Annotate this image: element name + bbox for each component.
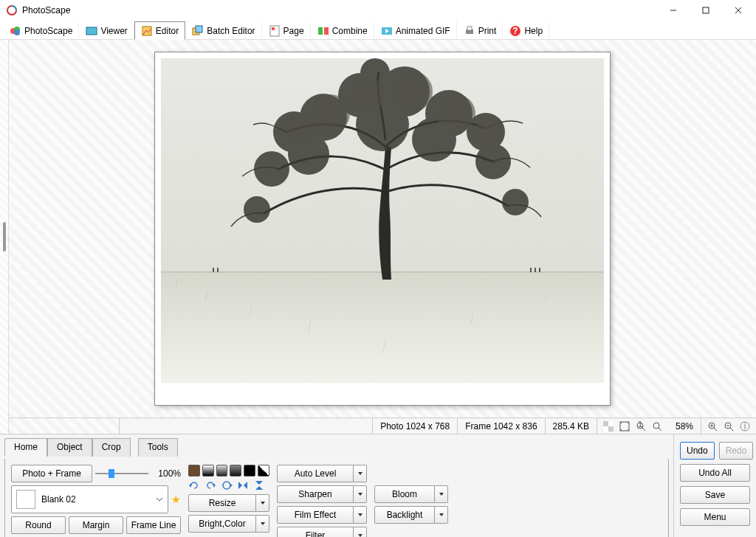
bright-button[interactable]: Bright,Color	[188, 515, 269, 533]
svg-point-38	[254, 151, 289, 187]
photo-frame-button[interactable]: Photo + Frame	[11, 465, 92, 482]
frame-thumb-icon	[16, 490, 35, 509]
window-title: PhotoScape	[22, 5, 657, 15]
rotate-ccw-icon[interactable]	[188, 479, 200, 491]
zoom-fit-icon[interactable]	[650, 420, 664, 433]
btn-label: Margin	[83, 520, 110, 530]
undo-all-button[interactable]: Undo All	[680, 464, 750, 482]
bloom-dropdown[interactable]	[435, 485, 448, 503]
sharpen-dropdown[interactable]	[354, 485, 367, 503]
film-button[interactable]: Film Effect	[277, 506, 367, 524]
menu-button[interactable]: Menu	[680, 508, 750, 526]
svg-rect-53	[217, 268, 219, 272]
btn-label: Backlight	[387, 510, 423, 520]
redo-button[interactable]: Redo	[719, 442, 754, 460]
swatch-bandw[interactable]	[216, 465, 228, 477]
actual-size-icon[interactable]: 1	[634, 420, 647, 433]
tab-object[interactable]: Object	[47, 438, 92, 457]
frame-select[interactable]: Blank 02	[11, 485, 168, 513]
maintab-label: Editor	[156, 26, 179, 36]
frameline-button[interactable]: Frame Line	[126, 516, 181, 534]
maintab-label: Viewer	[100, 26, 127, 36]
svg-rect-13	[272, 27, 275, 30]
zoom-out-icon[interactable]	[722, 420, 735, 433]
maintab-combine[interactable]: Combine	[311, 21, 374, 40]
minimize-button[interactable]	[657, 0, 690, 21]
tab-label: Object	[57, 442, 83, 452]
swatch-negative[interactable]	[244, 465, 255, 477]
swatch-sepia[interactable]	[188, 465, 200, 477]
flip-horizontal-icon[interactable]	[237, 479, 249, 491]
info-icon[interactable]: i	[738, 420, 752, 433]
bright-dropdown[interactable]	[256, 515, 269, 533]
tab-label: Crop	[102, 442, 121, 452]
tab-tools[interactable]: Tools	[138, 438, 178, 457]
btn-label: Filter	[306, 530, 326, 537]
undo-button[interactable]: Undo	[680, 442, 715, 460]
rotate-cw-icon[interactable]	[205, 479, 216, 491]
btn-label: Film Effect	[295, 510, 336, 520]
maintab-editor[interactable]: Editor	[134, 21, 185, 40]
film-dropdown[interactable]	[354, 506, 367, 524]
svg-point-44	[502, 189, 529, 215]
favorite-star-icon[interactable]: ★	[171, 493, 181, 505]
svg-rect-56	[539, 268, 540, 272]
maintab-photoscape[interactable]: PhotoScape	[3, 21, 79, 40]
rotate-free-icon[interactable]	[221, 479, 233, 491]
swatch-dark[interactable]	[230, 465, 241, 477]
svg-marker-75	[189, 483, 191, 488]
save-button[interactable]: Save	[680, 486, 750, 504]
fit-icon[interactable]	[618, 420, 631, 433]
maintab-help[interactable]: ?Help	[503, 21, 549, 40]
btn-label: Frame Line	[131, 520, 176, 530]
maximize-button[interactable]	[690, 0, 722, 21]
swatch-grayscale[interactable]	[202, 465, 214, 477]
maintab-gif[interactable]: Animated GIF	[374, 21, 457, 40]
tab-home[interactable]: Home	[4, 438, 47, 457]
swatch-invert[interactable]	[258, 465, 269, 477]
canvas-area[interactable]	[9, 40, 756, 418]
editor-panel: Home Object Crop Tools Photo + Frame 100…	[0, 434, 756, 537]
status-spacer	[9, 418, 120, 434]
btn-label: Sharpen	[298, 489, 331, 499]
round-button[interactable]: Round	[11, 516, 66, 534]
svg-rect-23	[161, 271, 604, 383]
maintab-viewer[interactable]: Viewer	[79, 21, 134, 40]
svg-rect-11	[196, 26, 202, 32]
svg-marker-81	[255, 481, 263, 485]
status-view-tools: 1	[597, 418, 668, 434]
effect-swatches	[188, 465, 269, 477]
flip-vertical-icon[interactable]	[253, 479, 265, 491]
tab-crop[interactable]: Crop	[92, 438, 131, 457]
resize-dropdown[interactable]	[256, 494, 269, 512]
btn-label: Photo + Frame	[22, 468, 81, 479]
btn-label: Undo All	[698, 468, 732, 478]
backlight-dropdown[interactable]	[435, 506, 448, 524]
left-panel-collapsed[interactable]	[0, 40, 9, 434]
checker-icon[interactable]	[602, 420, 615, 433]
autolevel-button[interactable]: Auto Level	[277, 465, 367, 482]
maintab-page[interactable]: Page	[262, 21, 311, 40]
bloom-button[interactable]: Bloom	[374, 485, 448, 503]
svg-point-7	[14, 30, 20, 35]
backlight-button[interactable]: Backlight	[374, 506, 448, 524]
margin-button[interactable]: Margin	[69, 516, 123, 534]
resize-button[interactable]: Resize	[188, 494, 269, 512]
svg-point-42	[475, 144, 511, 179]
autolevel-dropdown[interactable]	[354, 465, 367, 482]
btn-label: Bright,Color	[199, 519, 245, 529]
close-button[interactable]	[722, 0, 755, 21]
sharpen-button[interactable]: Sharpen	[277, 485, 367, 503]
maintab-label: Animated GIF	[396, 26, 450, 36]
frame-opacity-slider[interactable]	[95, 468, 148, 479]
svg-marker-80	[244, 482, 247, 489]
filter-dropdown[interactable]	[354, 527, 367, 537]
photo-image	[161, 58, 604, 383]
canvas-wrap: Photo 1024 x 768 Frame 1042 x 836 285.4 …	[9, 40, 756, 434]
filter-button[interactable]: Filter	[277, 527, 367, 537]
maintab-print[interactable]: Print	[457, 21, 504, 40]
svg-text:?: ?	[513, 26, 518, 36]
zoom-in-icon[interactable]	[706, 420, 719, 433]
maintab-batch[interactable]: Batch Editor	[185, 21, 261, 40]
frame-buttons-row: Round Margin Frame Line	[11, 516, 181, 534]
